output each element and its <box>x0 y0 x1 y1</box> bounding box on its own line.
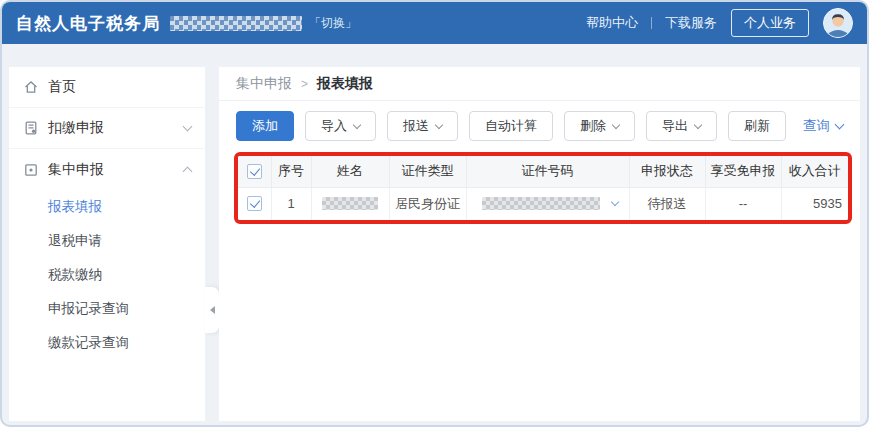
download-service-link[interactable]: 下载服务 <box>665 14 717 32</box>
redacted-company-name <box>170 16 302 31</box>
collapse-left-arrow-icon <box>210 306 215 314</box>
sidebar-item-withholding-declare[interactable]: 扣缴申报 <box>9 108 205 149</box>
row-exempt-cell: -- <box>705 187 781 220</box>
avatar-illustration <box>824 9 852 37</box>
column-header-name: 姓名 <box>311 156 389 187</box>
chevron-down-icon <box>694 120 702 128</box>
declaration-table: 序号 姓名 证件类型 证件号码 申报状态 享受免申报 收入合计 1 居民身份 <box>238 156 848 220</box>
chevron-down-icon <box>183 122 193 132</box>
top-header-bar: 自然人电子税务局 「切换」 帮助中心 下载服务 个人业务 <box>2 2 867 44</box>
breadcrumb-parent[interactable]: 集中申报 <box>236 75 292 93</box>
header-select-all-cell <box>238 156 271 187</box>
column-header-seq: 序号 <box>271 156 311 187</box>
row-seq-cell: 1 <box>271 187 311 220</box>
main-panel: 集中申报 > 报表填报 添加 导入 报送 自动计算 删除 导出 刷新 查询 <box>219 67 860 421</box>
query-toggle-link[interactable]: 查询 <box>803 117 843 135</box>
switch-entity-link[interactable]: 「切换」 <box>309 15 357 32</box>
refresh-button[interactable]: 刷新 <box>728 111 786 141</box>
chevron-down-icon <box>353 120 361 128</box>
chevron-down-icon <box>835 120 845 130</box>
table-header-row: 序号 姓名 证件类型 证件号码 申报状态 享受免申报 收入合计 <box>238 156 848 187</box>
app-title: 自然人电子税务局 <box>16 12 160 35</box>
add-button[interactable]: 添加 <box>236 111 294 141</box>
row-income-total-cell: 5935 <box>781 187 848 220</box>
row-id-type-cell: 居民身份证 <box>389 187 466 220</box>
help-center-link[interactable]: 帮助中心 <box>586 14 638 32</box>
select-all-checkbox[interactable] <box>247 164 262 179</box>
row-status-cell: 待报送 <box>629 187 705 220</box>
redacted-id-number <box>482 197 600 210</box>
app-window: 自然人电子税务局 「切换」 帮助中心 下载服务 个人业务 首页 <box>0 0 869 427</box>
table-row: 1 居民身份证 待报送 -- 5935 <box>238 187 848 220</box>
import-label: 导入 <box>321 117 347 135</box>
highlighted-table-region: 序号 姓名 证件类型 证件号码 申报状态 享受免申报 收入合计 1 居民身份 <box>234 152 852 224</box>
sidebar-item-centralized-declare[interactable]: 集中申报 <box>9 149 205 190</box>
topbar-nav: 帮助中心 下载服务 个人业务 <box>586 8 853 38</box>
redacted-name <box>322 197 378 210</box>
delete-dropdown-button[interactable]: 删除 <box>564 111 635 141</box>
column-header-exempt: 享受免申报 <box>705 156 781 187</box>
personal-business-button[interactable]: 个人业务 <box>731 9 809 37</box>
centralized-declare-icon <box>23 162 39 178</box>
auto-calc-button[interactable]: 自动计算 <box>469 111 553 141</box>
breadcrumb: 集中申报 > 报表填报 <box>219 67 860 101</box>
import-dropdown-button[interactable]: 导入 <box>305 111 376 141</box>
sidebar-subitem-payment-records[interactable]: 缴款记录查询 <box>9 326 205 360</box>
column-header-id-type: 证件类型 <box>389 156 466 187</box>
column-header-status: 申报状态 <box>629 156 705 187</box>
chevron-down-icon[interactable] <box>610 198 618 206</box>
sidebar: 首页 扣缴申报 集中申报 报表填报 退税申请 税款缴纳 申报记录查询 缴款记录查… <box>9 67 205 421</box>
row-select-cell <box>238 187 271 220</box>
sidebar-item-label: 扣缴申报 <box>48 119 104 137</box>
sidebar-item-label: 集中申报 <box>48 161 104 179</box>
row-checkbox[interactable] <box>247 196 262 211</box>
send-label: 报送 <box>403 117 429 135</box>
column-header-id-number: 证件号码 <box>466 156 629 187</box>
sidebar-subitem-declare-records[interactable]: 申报记录查询 <box>9 292 205 326</box>
export-label: 导出 <box>662 117 688 135</box>
sidebar-item-home[interactable]: 首页 <box>9 67 205 108</box>
column-header-income-total: 收入合计 <box>781 156 848 187</box>
withholding-declare-icon <box>23 120 39 136</box>
row-id-number-cell[interactable] <box>466 187 629 220</box>
export-dropdown-button[interactable]: 导出 <box>646 111 717 141</box>
breadcrumb-separator: > <box>301 77 308 91</box>
chevron-down-icon <box>435 120 443 128</box>
sidebar-subitem-tax-payment[interactable]: 税款缴纳 <box>9 258 205 292</box>
query-label: 查询 <box>803 117 830 135</box>
sidebar-subitem-report-filling[interactable]: 报表填报 <box>9 190 205 224</box>
chevron-down-icon <box>612 120 620 128</box>
delete-label: 删除 <box>580 117 606 135</box>
sidebar-collapse-handle[interactable] <box>205 287 219 333</box>
topnav-divider <box>651 17 652 29</box>
home-icon <box>23 79 39 95</box>
row-name-cell <box>311 187 389 220</box>
chevron-up-icon <box>183 167 193 177</box>
sidebar-item-label: 首页 <box>48 78 76 96</box>
sidebar-subitem-tax-refund[interactable]: 退税申请 <box>9 224 205 258</box>
toolbar: 添加 导入 报送 自动计算 删除 导出 刷新 查询 <box>219 111 860 141</box>
user-avatar[interactable] <box>823 8 853 38</box>
send-dropdown-button[interactable]: 报送 <box>387 111 458 141</box>
breadcrumb-current: 报表填报 <box>317 75 373 93</box>
